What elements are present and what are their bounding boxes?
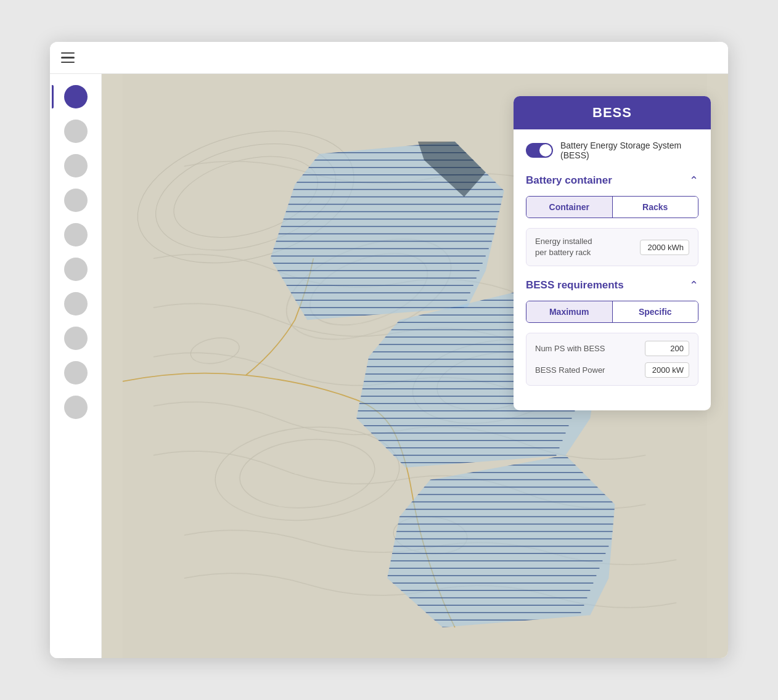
bess-requirements-chevron-icon[interactable]: ⌃ <box>689 279 698 292</box>
energy-installed-field-row: Energy installedper battery rack 2000 kW… <box>535 236 689 258</box>
sidebar-dot-4[interactable] <box>64 189 88 212</box>
bess-panel-body: ✓ Battery Energy Storage System (BESS) B… <box>514 129 711 410</box>
sidebar-dot-3[interactable] <box>64 154 88 177</box>
multi-input-row: Num PS with BESS 200 BESS Rated Power 20… <box>535 341 689 378</box>
sidebar-dot-7[interactable] <box>64 292 88 315</box>
tab-racks[interactable]: Racks <box>612 197 698 218</box>
title-bar <box>50 42 728 74</box>
bess-rated-power-value[interactable]: 2000 kW <box>645 362 689 378</box>
bess-panel-header: BESS <box>514 96 711 129</box>
sidebar-dot-8[interactable] <box>64 327 88 350</box>
tab-container[interactable]: Container <box>526 197 612 218</box>
bess-toggle[interactable]: ✓ <box>526 143 553 158</box>
tab-maximum[interactable]: Maximum <box>526 301 612 322</box>
hamburger-icon[interactable] <box>61 52 75 63</box>
tab-specific[interactable]: Specific <box>612 301 698 322</box>
map-area[interactable]: BESS ✓ Battery Energy Storage System (BE… <box>102 74 728 658</box>
energy-installed-label: Energy installedper battery rack <box>535 236 592 258</box>
app-window: BESS ✓ Battery Energy Storage System (BE… <box>50 42 728 658</box>
toggle-row: ✓ Battery Energy Storage System (BESS) <box>526 140 698 160</box>
energy-installed-row: Energy installedper battery rack 2000 kW… <box>526 228 698 266</box>
sidebar-item-1[interactable] <box>64 85 88 108</box>
battery-container-section-header: Battery container ⌃ <box>526 174 698 187</box>
sidebar-dot-9[interactable] <box>64 361 88 385</box>
bess-rated-power-label: BESS Rated Power <box>535 365 605 375</box>
num-ps-row: Num PS with BESS 200 <box>535 341 689 356</box>
sidebar-dot-2[interactable] <box>64 120 88 143</box>
bess-requirements-tabs: Maximum Specific <box>526 301 698 323</box>
sidebar-dot-5[interactable] <box>64 223 88 246</box>
num-ps-label: Num PS with BESS <box>535 344 605 353</box>
sidebar-dot-6[interactable] <box>64 258 88 281</box>
bess-rated-power-row: BESS Rated Power 2000 kW <box>535 362 689 378</box>
sidebar-dot-10[interactable] <box>64 396 88 419</box>
toggle-label: Battery Energy Storage System (BESS) <box>560 140 698 160</box>
energy-installed-value[interactable]: 2000 kWh <box>640 240 689 255</box>
main-area: BESS ✓ Battery Energy Storage System (BE… <box>50 74 728 658</box>
battery-container-chevron-icon[interactable]: ⌃ <box>689 174 698 187</box>
bess-requirements-fields: Num PS with BESS 200 BESS Rated Power 20… <box>526 333 698 386</box>
bess-requirements-title: BESS requirements <box>526 279 624 291</box>
sidebar-dot-active[interactable] <box>64 85 88 108</box>
bess-title: BESS <box>592 105 632 120</box>
bess-panel: BESS ✓ Battery Energy Storage System (BE… <box>514 96 711 410</box>
battery-container-tabs: Container Racks <box>526 196 698 218</box>
bess-requirements-section-header: BESS requirements ⌃ <box>526 279 698 292</box>
active-bar <box>52 85 54 108</box>
sidebar <box>50 74 102 658</box>
toggle-checkmark-icon: ✓ <box>545 147 550 154</box>
num-ps-value[interactable]: 200 <box>645 341 689 356</box>
battery-container-title: Battery container <box>526 174 612 187</box>
bess-requirements-section: BESS requirements ⌃ Maximum Specific <box>526 279 698 386</box>
